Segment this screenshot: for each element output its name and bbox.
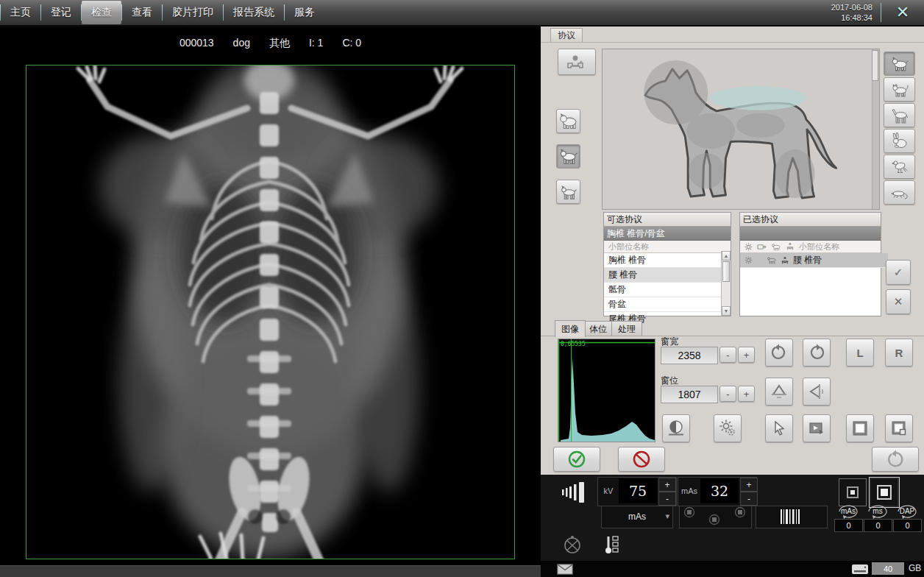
window-level-plus-button[interactable]: + (738, 386, 755, 402)
image-play-icon (808, 420, 825, 437)
focal-spot-right-button[interactable] (736, 508, 745, 517)
protocol-item[interactable]: 胸椎 椎骨 (604, 253, 729, 268)
reset-icon (886, 450, 905, 469)
kv-label: kV (598, 478, 619, 504)
window-level-minus-button[interactable]: - (719, 386, 736, 402)
close-button[interactable]: ✕ (890, 1, 915, 24)
selected-protocols-title: 已选协议 (740, 213, 881, 227)
tab-image[interactable]: 图像 (555, 320, 586, 337)
reset-button[interactable] (872, 447, 919, 472)
crop-square-button[interactable] (846, 414, 874, 442)
reject-image-button[interactable] (618, 447, 665, 472)
protocol-item[interactable]: 骨盆 (604, 297, 729, 312)
tab-divider (541, 336, 924, 336)
column-header-label: 小部位名称 (799, 241, 839, 252)
tab-protocol[interactable]: 协议 (550, 28, 583, 42)
protocol-panel: 协议 (541, 26, 924, 475)
animal-button-horse[interactable] (884, 103, 915, 127)
selected-protocols-column-header: 小部位名称 (740, 241, 881, 253)
scrollbar-thumb[interactable] (722, 261, 730, 282)
orientation-right-button[interactable]: R (885, 339, 913, 367)
selected-protocol-item[interactable]: 腰 椎骨 (740, 253, 888, 268)
technique-mode-value: mAs (602, 506, 672, 526)
protocol-item[interactable]: 骶骨 (604, 283, 729, 297)
window-width-plus-button[interactable]: + (738, 347, 755, 363)
barcode-button[interactable] (756, 506, 828, 528)
focal-spot-center-button[interactable] (710, 515, 719, 525)
xray-radiograph-graphic (26, 66, 514, 559)
scroll-up-arrow[interactable]: ▲ (722, 251, 731, 261)
histogram-range-label: 0,65535 (561, 341, 586, 347)
patient-name: dog (233, 37, 250, 50)
exam-table-select-button[interactable] (558, 49, 596, 75)
animal-button-cat[interactable] (884, 77, 915, 102)
size-button-small-dog[interactable] (556, 180, 580, 204)
thermometer-icon (603, 534, 621, 556)
animal-button-dog[interactable] (884, 52, 915, 76)
chevron-down-icon: ▾ (665, 506, 669, 526)
menu-item-report-system[interactable]: 报告系统 (224, 0, 284, 25)
xray-image[interactable] (26, 65, 515, 559)
histogram-graphic (558, 339, 655, 442)
panel-divider (541, 42, 924, 43)
brightness-settings-button[interactable] (714, 414, 742, 442)
dog-mini-icon (767, 256, 777, 264)
anatomy-diagram[interactable] (602, 49, 880, 210)
menu-item-home[interactable]: 主页 (1, 0, 40, 25)
flip-vertical-button[interactable] (765, 378, 793, 406)
size-button-large-dog[interactable] (556, 109, 580, 133)
square-save-icon (890, 420, 908, 437)
contrast-button[interactable] (662, 414, 690, 442)
available-protocols-title: 可选协议 (604, 213, 731, 227)
flip-horizontal-icon (808, 383, 825, 400)
mas-minus-button[interactable]: - (740, 492, 758, 506)
histogram[interactable]: 0,65535 (558, 339, 655, 442)
available-protocols-group[interactable]: 胸椎 椎骨/骨盆 (604, 227, 731, 241)
message-envelope-icon[interactable] (557, 564, 573, 575)
tab-processing[interactable]: 处理 (611, 321, 642, 336)
study-header: 000013 dog 其他 I: 1 C: 0 (0, 37, 541, 50)
window-width-minus-button[interactable]: - (719, 347, 736, 363)
menu-item-exam[interactable]: 检查 (82, 1, 121, 24)
dog-diagram-graphic (603, 49, 872, 209)
kv-group: kV 75 + - (597, 477, 677, 506)
kv-plus-button[interactable]: + (658, 478, 676, 492)
cursor-tool-button[interactable] (765, 414, 793, 442)
medium-dog-icon (559, 147, 578, 166)
protocol-item-selected[interactable]: 腰 椎骨 (604, 268, 729, 283)
focal-spot-left-button[interactable] (685, 508, 694, 517)
diagram-scrollbar[interactable] (872, 49, 879, 209)
cancel-protocol-button[interactable]: ✕ (886, 289, 911, 314)
storage-free-value: 40 (872, 562, 904, 575)
save-region-button[interactable] (885, 414, 913, 442)
kv-minus-button[interactable]: - (658, 492, 676, 506)
animal-button-bird[interactable] (884, 155, 915, 179)
small-field-icon (847, 486, 859, 498)
technique-mode-select[interactable]: mAs ▾ (601, 506, 673, 528)
menu-item-register[interactable]: 登记 (41, 0, 81, 25)
menu-item-view[interactable]: 查看 (122, 0, 162, 25)
rotate-cw-button[interactable] (803, 339, 831, 367)
orientation-left-button[interactable]: L (846, 339, 874, 367)
image-playback-button[interactable] (803, 414, 831, 442)
available-list-scrollbar[interactable]: ▲ ▼ (721, 251, 731, 316)
scroll-down-arrow[interactable]: ▼ (722, 306, 731, 316)
animal-button-reptile[interactable] (884, 180, 915, 205)
accept-image-button[interactable] (553, 447, 600, 472)
date-label: 2017-06-08 (831, 2, 873, 13)
window-width-value[interactable]: 2358 (661, 347, 718, 364)
beam-icon (561, 481, 587, 504)
size-button-medium-dog[interactable] (556, 144, 580, 169)
window-level-value[interactable]: 1807 (661, 386, 718, 403)
confirm-protocol-button[interactable]: ✓ (886, 260, 911, 285)
patient-type: 其他 (269, 37, 290, 50)
mas-plus-button[interactable]: + (740, 478, 758, 492)
menu-item-service[interactable]: 服务 (285, 0, 324, 25)
rotate-ccw-button[interactable] (765, 339, 793, 367)
rotate-ccw-icon (770, 344, 788, 361)
animal-button-rabbit[interactable] (884, 129, 915, 153)
tab-position[interactable]: 体位 (583, 321, 614, 336)
flip-horizontal-button[interactable] (803, 378, 831, 406)
region-hindlimb (775, 149, 814, 198)
menu-item-film-print[interactable]: 胶片打印 (163, 0, 223, 25)
